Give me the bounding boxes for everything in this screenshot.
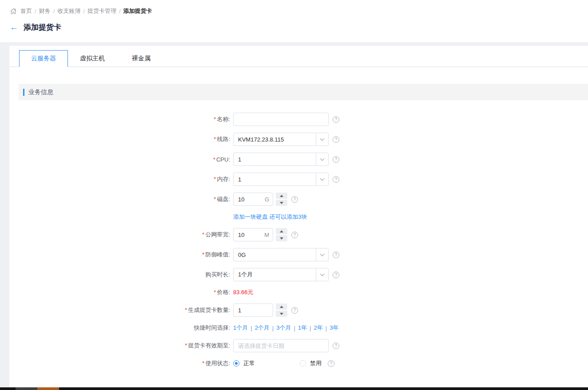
quick-time-1month[interactable]: 1个月 [233,324,248,332]
stepper-up-button[interactable] [276,228,287,234]
help-icon[interactable]: ? [291,232,298,238]
status-radio-disabled-label: 禁用 [310,359,322,367]
add-disk-link[interactable]: 添加一块硬盘 还可以添加3块 [233,213,307,221]
name-input[interactable] [234,113,328,126]
required-mark: * [202,251,204,258]
form-row-duration: 购买时长: 1个月 ? [9,268,588,281]
help-icon[interactable]: ? [333,116,339,123]
tab-bar: 云服务器 虚拟主机 裸金属 [9,50,588,67]
quick-time-1year[interactable]: 1年 [298,324,307,332]
required-mark: * [214,289,216,295]
breadcrumb: 首页 / 财务 / 收支账簿 / 提货卡管理 / 添加提货卡 [0,0,588,15]
disk-unit-label: G [258,196,273,203]
radio-circle [300,360,306,366]
form-row-memory: *内存: 1 ? [9,173,588,186]
help-icon[interactable]: ? [291,196,298,203]
help-icon[interactable]: ? [333,252,339,258]
arrow-down-icon [280,237,283,240]
content-card: 云服务器 虚拟主机 裸金属 业务信息 *名称: ? *线路: KVM172.23… [9,46,588,387]
form-row-add-disk: 添加一块硬盘 还可以添加3块 [9,213,588,221]
form-row-cpu: *CPU: 1 ? [9,153,588,166]
help-icon[interactable]: ? [333,343,339,349]
link-separator: | [272,325,274,331]
arrow-up-icon [280,230,283,232]
quick-time-2year[interactable]: 2年 [314,324,323,332]
form-row-name: *名称: ? [9,113,588,126]
field-label-defense: *防御峰值: [9,251,230,259]
form-row-defense: *防御峰值: 0G ? [9,248,588,261]
field-label-expiry: *提货卡有效期至: [9,342,230,350]
disk-size-input-box: G [233,193,273,206]
tab-virtual-host[interactable]: 虚拟主机 [68,50,117,67]
duration-select-value: 1个月 [234,271,316,279]
section-title: 业务信息 [28,88,53,96]
chevron-down-icon[interactable] [316,173,328,185]
arrow-up-icon [280,306,283,308]
section-header-business-info: 业务信息 [19,84,588,100]
stepper-down-button[interactable] [276,200,287,206]
required-mark: * [214,136,216,142]
card-count-input-box [233,303,273,317]
chevron-down-icon[interactable] [316,133,328,146]
breadcrumb-item-card-mgmt[interactable]: 提货卡管理 [87,7,116,15]
defense-select-value: 0G [234,252,316,258]
quick-time-2month[interactable]: 2个月 [255,324,270,332]
bandwidth-input[interactable] [234,228,258,241]
help-icon[interactable]: ? [333,156,339,163]
tab-cloud-server[interactable]: 云服务器 [19,50,68,67]
breadcrumb-item-finance[interactable]: 财务 [39,7,51,15]
back-arrow-icon[interactable]: ← [10,23,18,32]
cpu-select[interactable]: 1 [233,153,329,166]
status-radio-disabled[interactable]: 禁用 [300,359,322,367]
memory-select[interactable]: 1 [233,173,329,186]
required-mark: * [214,176,216,182]
link-separator: | [294,325,295,331]
price-value: 83.66元 [233,288,254,296]
tab-bare-metal[interactable]: 裸金属 [117,50,166,67]
line-select[interactable]: KVM172.23.8.115 [233,133,329,146]
chevron-down-icon[interactable] [316,248,328,261]
arrow-up-icon [280,195,283,197]
duration-select[interactable]: 1个月 [233,268,329,281]
chevron-down-icon[interactable] [316,153,328,165]
bandwidth-unit-label: M [258,232,273,238]
card-count-stepper [276,303,287,317]
help-icon[interactable]: ? [333,272,339,278]
link-separator: | [310,325,311,331]
field-label-card-count: *生成提货卡数量: [9,306,230,314]
field-label-bandwidth: *公网带宽: [9,231,230,239]
field-label-line: *线路: [9,135,230,143]
breadcrumb-item-home[interactable]: 首页 [20,7,32,15]
form-row-disk: *磁盘: G ? [9,193,588,206]
help-icon[interactable]: ? [328,360,334,367]
disk-size-input[interactable] [234,193,258,205]
breadcrumb-separator: / [53,8,55,15]
quick-time-3year[interactable]: 3年 [330,324,338,332]
expiry-date-input[interactable] [234,339,328,352]
required-mark: * [214,116,216,122]
chevron-down-icon[interactable] [316,268,328,281]
help-icon[interactable]: ? [291,307,298,314]
help-icon[interactable]: ? [333,136,339,143]
section-accent-bar [23,89,24,96]
breadcrumb-separator: / [35,8,36,15]
stepper-down-button[interactable] [276,311,287,317]
stepper-down-button[interactable] [276,235,287,241]
field-label-disk: *磁盘: [9,195,230,203]
card-count-input[interactable] [234,304,258,316]
quick-time-links: 1个月 | 2个月 | 3个月 | 1年 | 2年 | 3年 [233,324,338,332]
stepper-up-button[interactable] [276,193,287,199]
defense-select[interactable]: 0G [233,248,329,261]
quick-time-3month[interactable]: 3个月 [276,324,291,332]
form-row-status: *使用状态: 正常 禁用 ? [9,359,588,368]
breadcrumb-item-ledger[interactable]: 收支账簿 [57,7,80,15]
status-radio-group: 正常 禁用 ? [233,359,334,367]
stepper-up-button[interactable] [276,303,287,310]
taskbar-edge [0,387,588,390]
bandwidth-stepper [276,228,287,241]
help-icon[interactable]: ? [333,176,339,183]
status-radio-normal[interactable]: 正常 [233,359,300,367]
home-icon[interactable] [10,8,17,15]
radio-dot [235,362,238,365]
breadcrumb-current: 添加提货卡 [123,7,152,15]
